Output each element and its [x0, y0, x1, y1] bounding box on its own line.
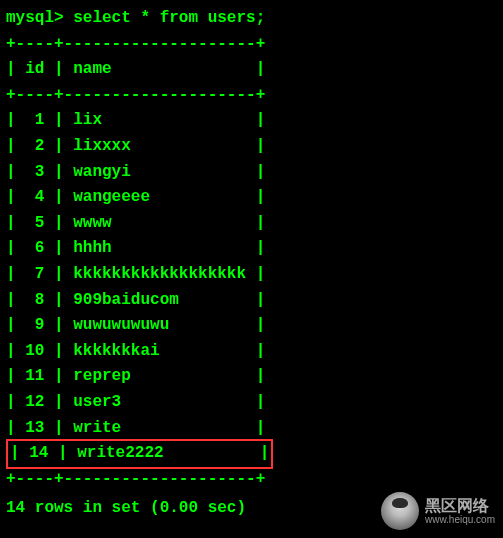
table-body: | 1 | lix || 2 | lixxxx || 3 | wangyi ||…	[6, 108, 497, 466]
table-row: | 1 | lix |	[6, 108, 497, 134]
table-row: | 9 | wuwuwuwuwu |	[6, 313, 497, 339]
table-border-mid: +----+--------------------+	[6, 83, 497, 109]
watermark-sub: www.heiqu.com	[425, 514, 495, 525]
watermark: 黑区网络 www.heiqu.com	[381, 492, 495, 530]
table-row: | 12 | user3 |	[6, 390, 497, 416]
table-border-top: +----+--------------------+	[6, 32, 497, 58]
table-row: | 7 | kkkkkkkkkkkkkkkkkk |	[6, 262, 497, 288]
table-row: | 14 | write2222 |	[6, 441, 497, 467]
table-row: | 4 | wangeeee |	[6, 185, 497, 211]
watermark-main: 黑区网络	[425, 497, 495, 515]
table-header: | id | name |	[6, 57, 497, 83]
table-row: | 5 | wwww |	[6, 211, 497, 237]
table-row: | 2 | lixxxx |	[6, 134, 497, 160]
table-border-bottom: +----+--------------------+	[6, 467, 497, 493]
mushroom-icon	[381, 492, 419, 530]
table-row: | 10 | kkkkkkkai |	[6, 339, 497, 365]
table-row: | 11 | reprep |	[6, 364, 497, 390]
table-row: | 8 | 909baiducom |	[6, 288, 497, 314]
watermark-text: 黑区网络 www.heiqu.com	[425, 497, 495, 526]
highlighted-row: | 14 | write2222 |	[6, 439, 273, 469]
table-row: | 3 | wangyi |	[6, 160, 497, 186]
table-row: | 6 | hhhh |	[6, 236, 497, 262]
sql-prompt: mysql> select * from users;	[6, 6, 497, 32]
table-row: | 13 | write |	[6, 416, 497, 442]
